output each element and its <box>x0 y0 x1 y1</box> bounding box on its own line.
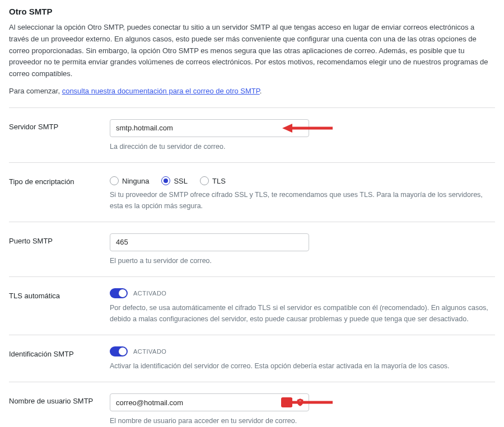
docs-link[interactable]: consulta nuestra documentación para el c… <box>62 87 260 95</box>
help-smtp-auth: Activar la identificación del servidor d… <box>110 361 491 372</box>
intro-link-line: Para comenzar, consulta nuestra document… <box>9 86 495 97</box>
help-smtp-host: La dirección de tu servidor de correo. <box>110 142 491 152</box>
label-smtp-host: Servidor SMTP <box>9 119 110 131</box>
shield-icon[interactable] <box>295 397 306 407</box>
toggle-smtp-auth[interactable] <box>110 346 128 356</box>
row-smtp-port: Puerto SMTP El puerto a tu servidor de c… <box>9 222 495 276</box>
password-manager-icon[interactable] <box>281 397 292 407</box>
radio-encryption-ssl[interactable]: SSL <box>161 176 188 185</box>
intro-postlink: . <box>260 87 262 95</box>
row-smtp-host: Servidor SMTP La dirección de tu servido… <box>9 107 495 162</box>
label-encryption: Tipo de encriptación <box>9 174 110 186</box>
svg-point-2 <box>298 401 301 403</box>
smtp-user-wrap <box>110 393 309 411</box>
intro-prelink: Para comenzar, <box>9 87 62 95</box>
row-smtp-user: Nombre de usuario SMTP <box>9 382 495 427</box>
toggle-auto-tls-state: ACTIVADO <box>133 290 166 297</box>
label-auto-tls: TLS automática <box>9 288 110 300</box>
radio-label: SSL <box>174 177 188 185</box>
intro-text: Al seleccionar la opción Otro SMTP, pued… <box>9 22 495 80</box>
row-encryption: Tipo de encriptación Ninguna SSL TLS Si … <box>9 162 495 222</box>
help-auto-tls: Por defecto, se usa automáticamente el c… <box>110 303 491 325</box>
smtp-user-input[interactable] <box>110 393 309 411</box>
smtp-host-input[interactable] <box>110 119 309 137</box>
toggle-knob-icon <box>119 348 127 355</box>
page-title: Otro SMTP <box>9 7 495 16</box>
radio-icon <box>200 176 209 185</box>
help-smtp-port: El puerto a tu servidor de correo. <box>110 256 491 266</box>
toggle-knob-icon <box>119 289 127 297</box>
label-smtp-auth: Identificación SMTP <box>9 346 110 358</box>
toggle-auto-tls[interactable] <box>110 288 128 298</box>
label-smtp-user: Nombre de usuario SMTP <box>9 393 110 405</box>
smtp-port-input[interactable] <box>110 233 309 251</box>
smtp-host-wrap <box>110 119 309 137</box>
radio-encryption-tls[interactable]: TLS <box>200 176 226 185</box>
row-auto-tls: TLS automática ACTIVADO Por defecto, se … <box>9 276 495 335</box>
radio-encryption-none[interactable]: Ninguna <box>110 176 149 185</box>
label-smtp-port: Puerto SMTP <box>9 233 110 245</box>
row-smtp-auth: Identificación SMTP ACTIVADO Activar la … <box>9 335 495 382</box>
toggle-smtp-auth-state: ACTIVADO <box>133 348 166 355</box>
radio-label: TLS <box>212 177 226 185</box>
help-encryption: Si tu proveedor de SMTP ofrece cifrado S… <box>110 190 491 212</box>
radio-icon <box>110 176 119 185</box>
radio-label: Ninguna <box>122 177 149 185</box>
radio-icon <box>161 176 170 185</box>
help-smtp-user: El nombre de usuario para acceder en tu … <box>110 416 491 426</box>
